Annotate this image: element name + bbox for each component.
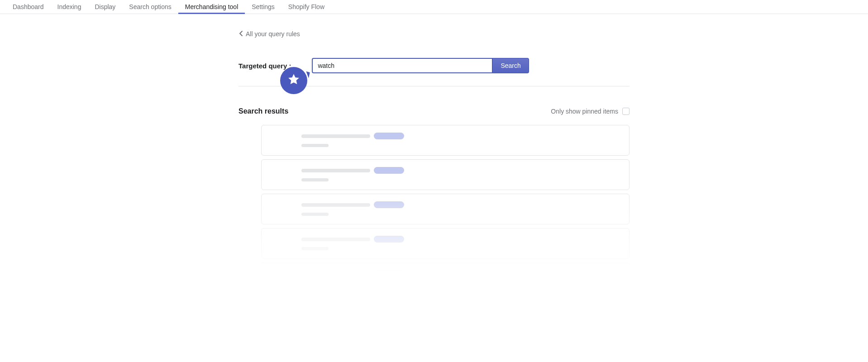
- skeleton-bar: [301, 169, 370, 172]
- skeleton-line: [301, 270, 621, 277]
- skeleton-chip: [374, 201, 404, 208]
- nav-item-indexing[interactable]: Indexing: [51, 0, 88, 14]
- results-header: Search results Only show pinned items: [238, 107, 630, 115]
- nav-item-merchandising-tool[interactable]: Merchandising tool: [178, 0, 245, 14]
- skeleton-bar: [301, 203, 370, 207]
- skeleton-line: [301, 133, 621, 139]
- search-results-title: Search results: [238, 107, 288, 115]
- callout-star-bubble: [280, 67, 307, 94]
- query-input[interactable]: [312, 58, 493, 73]
- skeleton-line: [301, 236, 621, 243]
- skeleton-chip: [374, 167, 404, 174]
- search-button[interactable]: Search: [493, 58, 529, 73]
- skeleton-bar: [301, 272, 370, 276]
- nav-item-display[interactable]: Display: [88, 0, 122, 14]
- query-input-group: Search: [312, 58, 529, 73]
- skeleton-chip: [374, 270, 404, 277]
- skeleton-bar-small: [301, 213, 329, 216]
- chevron-left-icon: [239, 30, 243, 38]
- skeleton-line: [301, 167, 621, 174]
- results-list: [261, 125, 630, 293]
- pinned-checkbox[interactable]: [622, 108, 630, 115]
- back-link[interactable]: All your query rules: [239, 30, 300, 38]
- star-icon: [287, 73, 300, 88]
- page-body: All your query rules Targeted query : Se…: [238, 14, 630, 293]
- skeleton-bar-small: [301, 144, 329, 147]
- query-section: Targeted query : Search: [238, 58, 630, 86]
- pinned-toggle-label: Only show pinned items: [551, 108, 618, 115]
- skeleton-bar-small: [301, 247, 329, 250]
- back-link-label: All your query rules: [246, 30, 300, 38]
- nav-item-dashboard[interactable]: Dashboard: [6, 0, 51, 14]
- skeleton-bar: [301, 238, 370, 241]
- skeleton-bar: [301, 134, 370, 138]
- nav-item-shopify-flow[interactable]: Shopify Flow: [281, 0, 331, 14]
- nav-item-search-options[interactable]: Search options: [122, 0, 178, 14]
- nav-item-settings[interactable]: Settings: [245, 0, 281, 14]
- skeleton-bar-small: [301, 281, 329, 285]
- result-card-skeleton: [261, 159, 630, 190]
- skeleton-chip: [374, 133, 404, 139]
- skeleton-chip: [374, 236, 404, 243]
- result-card-skeleton: [261, 194, 630, 224]
- targeted-query-label: Targeted query :: [238, 62, 291, 70]
- top-nav: Dashboard Indexing Display Search option…: [0, 0, 868, 14]
- result-card-skeleton: [261, 125, 630, 156]
- result-card-skeleton: [261, 262, 630, 293]
- skeleton-line: [301, 201, 621, 208]
- skeleton-bar-small: [301, 178, 329, 181]
- pinned-toggle-group: Only show pinned items: [551, 108, 630, 115]
- result-card-skeleton: [261, 228, 630, 259]
